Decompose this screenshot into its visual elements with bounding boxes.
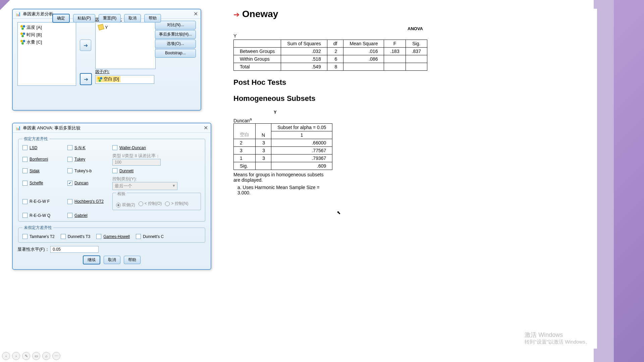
equal-variance-group: 假定方差齐性 LSD S-N-K Waller-Duncan Bonferron…: [18, 136, 205, 222]
cursor-icon: ⬉: [337, 210, 341, 215]
cancel-button[interactable]: 取消: [104, 256, 120, 264]
oneway-heading: Oneway: [242, 9, 278, 19]
ok-button[interactable]: 确定: [52, 14, 70, 23]
control-category-dropdown: 最后一个▾: [112, 182, 177, 190]
duncan-checkbox[interactable]: ✔Duncan: [67, 176, 111, 190]
snk-checkbox[interactable]: S-N-K: [67, 145, 111, 150]
arrow-icon: ➔: [233, 10, 239, 19]
posthoc-dialog: 📊 单因素 ANOVA: 事后多重比较 ✕ 假定方差齐性 LSD S-N-K W…: [12, 123, 211, 270]
zoom-icon[interactable]: ⌕: [42, 352, 50, 360]
cancel-button[interactable]: 取消: [124, 14, 141, 22]
posthoc-button[interactable]: 事后多重比较(H)...: [155, 30, 196, 39]
help-button[interactable]: 帮助: [144, 14, 161, 22]
regwq-checkbox[interactable]: R-E-G-W Q: [22, 213, 66, 218]
more-icon[interactable]: ⋯: [52, 352, 60, 360]
dependent-list[interactable]: Y: [95, 22, 156, 69]
error-ratio-label: 类型 I/类型 II 误差比率：: [112, 153, 160, 158]
screen-icon[interactable]: ▭: [32, 352, 40, 360]
bootstrap-button[interactable]: Bootstrap...: [155, 49, 196, 58]
list-item: 温度 [A]: [19, 24, 74, 31]
dialog2-title: 单因素 ANOVA: 事后多重比较: [23, 125, 80, 131]
bonferroni-checkbox[interactable]: Bonferroni: [22, 153, 66, 166]
duncan-table: 空白NSubset for alpha = 0.05 1 23.66000 33…: [233, 123, 332, 170]
unequal-variance-group: 未假定方差齐性 Tamhane's T2 Dunnett's T3 Games-…: [18, 225, 205, 243]
windows-activation-watermark: 激活 Windows 转到"设置"以激活 Windows。: [525, 331, 590, 345]
factor-box[interactable]: 空白 [D]: [95, 75, 154, 84]
sidak-checkbox[interactable]: Sidak: [22, 168, 66, 173]
slide-nav: ‹ › ✎ ▭ ⌕ ⋯: [2, 352, 60, 360]
dunnett-t3-checkbox[interactable]: Dunnett's T3: [61, 234, 90, 239]
gabriel-checkbox[interactable]: Gabriel: [67, 213, 111, 218]
significance-label: 显著性水平(F)：: [17, 247, 49, 252]
scheffe-checkbox[interactable]: Scheffe: [22, 176, 66, 190]
anova-table: Sum of SquaresdfMean SquareFSig. Between…: [233, 40, 427, 71]
next-slide-button[interactable]: ›: [12, 352, 20, 360]
scale-icon: [98, 24, 104, 31]
hochberg-checkbox[interactable]: Hochberg's GT2: [67, 193, 111, 210]
move-to-dependent-button[interactable]: ➜: [80, 40, 91, 51]
options-button[interactable]: 选项(O)...: [155, 40, 196, 48]
waller-checkbox[interactable]: Waller-Duncan: [112, 145, 201, 150]
factor-label: 因子(F):: [95, 69, 110, 74]
control-category-label: 控制类别(Y):: [112, 176, 137, 181]
prev-slide-button[interactable]: ‹: [2, 352, 10, 360]
tamhane-checkbox[interactable]: Tamhane's T2: [22, 234, 55, 239]
paste-button[interactable]: 粘贴(P): [73, 14, 95, 22]
help-button[interactable]: 帮助: [124, 256, 141, 264]
list-item: 时间 [B]: [19, 31, 74, 39]
lsd-checkbox[interactable]: LSD: [22, 145, 66, 150]
significance-input[interactable]: 0.05: [50, 246, 99, 253]
tukeysb-checkbox[interactable]: Tukey's-b: [67, 168, 111, 173]
close-icon[interactable]: ✕: [204, 125, 208, 131]
reset-button[interactable]: 重置(R): [99, 14, 121, 22]
posthoc-heading: Post Hoc Tests: [233, 78, 597, 87]
test-direction-group: 检验 双侧(2) < 控制(O) > 控制(N): [112, 193, 201, 210]
variable-list[interactable]: 温度 [A] 时间 [B] 水量 [C]: [17, 22, 76, 86]
regwf-checkbox[interactable]: R-E-G-W F: [22, 193, 66, 210]
pen-icon[interactable]: ✎: [22, 352, 30, 360]
anova-title: ANOVA: [233, 26, 597, 31]
continue-button[interactable]: 继续: [83, 255, 100, 264]
move-to-factor-button[interactable]: ➜: [80, 73, 92, 85]
app-icon: 📊: [15, 125, 21, 131]
spss-output: ➔Oneway ANOVA Y Sum of SquaresdfMean Squ…: [220, 9, 597, 349]
dunnett-checkbox[interactable]: Dunnett: [112, 168, 201, 173]
dunnett-c-checkbox[interactable]: Dunnett's C: [136, 234, 164, 239]
tukey-checkbox[interactable]: Tukey: [67, 153, 111, 166]
homogeneous-subsets-heading: Homogeneous Subsets: [233, 94, 597, 103]
games-howell-checkbox[interactable]: Games-Howell: [96, 234, 130, 239]
list-item: 水量 [C]: [19, 39, 74, 46]
error-ratio-input: 100: [112, 159, 161, 166]
oneway-anova-dialog: 📊 单因素方差分析 ✕ 温度 [A] 时间 [B] 水量 [C] 因变量列表(E…: [12, 9, 201, 111]
